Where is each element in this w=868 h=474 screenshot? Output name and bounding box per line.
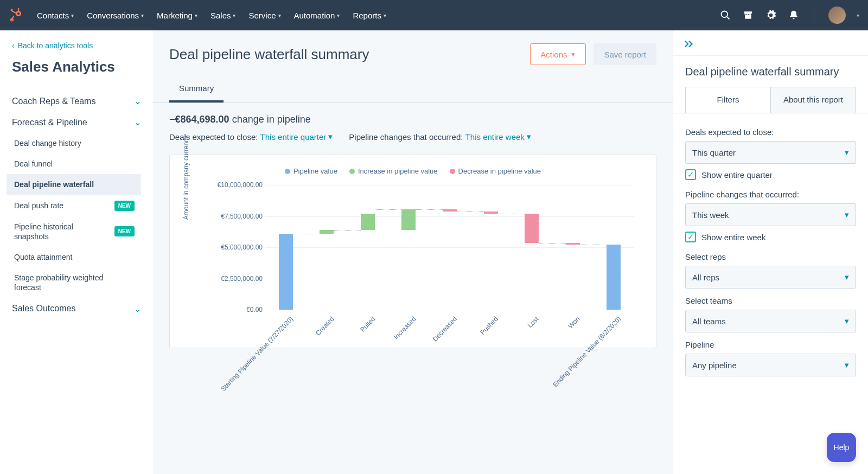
group-forecast[interactable]: Forecast & Pipeline ⌄ xyxy=(12,112,141,133)
chevron-down-icon: ⌄ xyxy=(134,304,141,314)
sidebar-item-quota-attainment[interactable]: Quota attainment xyxy=(7,247,141,267)
divider xyxy=(814,8,814,23)
waterfall-bar[interactable] xyxy=(443,209,457,212)
close-label: Deals expected to close: xyxy=(685,127,856,137)
svg-point-1 xyxy=(17,12,20,15)
waterfall-bar[interactable] xyxy=(607,245,621,310)
svg-line-9 xyxy=(727,17,730,20)
main-head: Deal pipeline waterfall summary Actions▼… xyxy=(153,43,673,65)
tab-filters[interactable]: Filters xyxy=(686,87,770,113)
x-tick: Created xyxy=(314,315,336,337)
group-sales-outcomes[interactable]: Sales Outcomes ⌄ xyxy=(12,298,141,319)
legend-increase: Increase in pipeline value xyxy=(349,167,438,175)
chevron-down-icon: ▾ xyxy=(527,132,531,142)
tabs: Summary xyxy=(153,78,673,103)
badge-new: NEW xyxy=(114,201,135,211)
actions-button[interactable]: Actions▼ xyxy=(530,43,586,65)
chevron-down-icon: ▾ xyxy=(845,148,849,157)
changes-label: Pipeline changes that occurred: xyxy=(685,190,856,199)
nav-reports[interactable]: Reports▾ xyxy=(353,11,386,20)
y-tick: €5,000,000.00 xyxy=(211,244,263,251)
teams-label: Select teams xyxy=(685,296,856,305)
reps-select[interactable]: All reps▾ xyxy=(685,266,856,289)
chevron-down-icon: ▼ xyxy=(571,52,576,57)
close-select[interactable]: This quarter▾ xyxy=(685,141,856,164)
chevron-down-icon: ▾ xyxy=(71,12,74,18)
sidebar-item-deal-change-history[interactable]: Deal change history xyxy=(7,133,141,153)
changes-entire-checkbox[interactable]: ✓Show entire week xyxy=(685,232,856,242)
x-tick: Increased xyxy=(392,315,418,341)
sidebar-item-deal-pipeline-waterfall[interactable]: Deal pipeline waterfall xyxy=(7,174,141,195)
gear-icon[interactable] xyxy=(765,9,777,21)
x-tick: Won xyxy=(567,315,582,330)
x-tick: Decreased xyxy=(431,315,458,343)
sidebar-item-deal-push-rate[interactable]: Deal push rateNEW xyxy=(7,195,141,216)
svg-point-5 xyxy=(11,9,13,11)
nav-sales[interactable]: Sales▾ xyxy=(210,11,236,20)
x-tick: Lost xyxy=(526,315,540,329)
waterfall-bar[interactable] xyxy=(279,234,293,310)
search-icon[interactable] xyxy=(719,9,731,21)
legend-dot-icon xyxy=(285,169,290,174)
chevron-down-icon: ▾ xyxy=(195,12,197,18)
group-coach[interactable]: Coach Reps & Teams ⌄ xyxy=(12,91,141,112)
collapse-panel-icon[interactable] xyxy=(673,30,868,56)
hubspot-logo-icon[interactable] xyxy=(9,8,24,23)
waterfall-bar[interactable] xyxy=(525,214,539,243)
nav-marketing[interactable]: Marketing▾ xyxy=(157,11,197,20)
report-title: Deal pipeline waterfall summary xyxy=(169,46,369,63)
marketplace-icon[interactable] xyxy=(742,9,754,21)
sidebar-title: Sales Analytics xyxy=(12,59,141,75)
main: Deal pipeline waterfall summary Actions▼… xyxy=(153,30,673,474)
changes-select[interactable]: This week▾ xyxy=(685,203,856,226)
chart-legend: Pipeline value Increase in pipeline valu… xyxy=(181,167,645,175)
bell-icon[interactable] xyxy=(788,9,800,21)
chevron-down-icon: ▾ xyxy=(233,12,235,18)
chevron-down-icon[interactable]: ▾ xyxy=(857,12,859,18)
pipeline-label: Pipeline xyxy=(685,340,856,349)
teams-select[interactable]: All teams▾ xyxy=(685,310,856,332)
pipeline-select[interactable]: Any pipeline▾ xyxy=(685,354,856,376)
nav-contacts[interactable]: Contacts▾ xyxy=(37,11,74,20)
head-actions: Actions▼ Save report xyxy=(530,43,656,65)
filter-close-value[interactable]: This entire quarter ▾ xyxy=(260,132,333,142)
tab-about[interactable]: About this report xyxy=(770,87,856,113)
group-forecast-items: Deal change history Deal funnel Deal pip… xyxy=(7,133,141,298)
sidebar-item-stage-probability[interactable]: Stage probability weighted forecast xyxy=(7,267,141,298)
nav-conversations[interactable]: Conversations▾ xyxy=(87,11,144,20)
chevron-down-icon: ▾ xyxy=(845,360,849,370)
sidebar-item-deal-funnel[interactable]: Deal funnel xyxy=(7,153,141,174)
avatar[interactable] xyxy=(828,7,846,24)
nav-service[interactable]: Service▾ xyxy=(248,11,280,20)
main-nav: Contacts▾ Conversations▾ Marketing▾ Sale… xyxy=(37,11,719,20)
tab-summary[interactable]: Summary xyxy=(169,78,224,103)
y-axis-label: Amount in company currency xyxy=(182,136,190,220)
chevron-down-icon: ▾ xyxy=(141,12,144,18)
chevron-down-icon: ▾ xyxy=(384,12,386,18)
back-link[interactable]: ‹ Back to analytics tools xyxy=(12,41,141,50)
legend-dot-icon xyxy=(450,169,455,174)
filter-changes-label: Pipeline changes that occurred: xyxy=(349,132,465,142)
right-panel: Deal pipeline waterfall summary Filters … xyxy=(673,30,868,474)
save-report-button[interactable]: Save report xyxy=(593,43,656,65)
waterfall-bar[interactable] xyxy=(401,209,416,230)
waterfall-bar[interactable] xyxy=(361,214,375,230)
chevron-down-icon: ▾ xyxy=(845,210,849,220)
close-entire-checkbox[interactable]: ✓Show entire quarter xyxy=(685,169,856,180)
legend-dot-icon xyxy=(349,169,355,174)
svg-rect-10 xyxy=(745,15,751,19)
waterfall-bar[interactable] xyxy=(484,212,498,213)
nav-automation[interactable]: Automation▾ xyxy=(294,11,340,20)
chevron-down-icon: ▾ xyxy=(337,12,340,18)
filters-body: Deals expected to close: This quarter▾ ✓… xyxy=(673,113,868,398)
panel-tabs: Filters About this report xyxy=(685,87,856,113)
legend-decrease: Decrease in pipeline value xyxy=(450,167,541,175)
chart-area: Amount in company currency Starting Pipe… xyxy=(211,180,640,337)
waterfall-bar[interactable] xyxy=(566,243,580,245)
help-button[interactable]: Help xyxy=(827,433,856,462)
reps-label: Select reps xyxy=(685,252,856,261)
sidebar-item-pipeline-historical-snapshots[interactable]: Pipeline historical snapshotsNEW xyxy=(7,216,141,247)
filter-changes-value[interactable]: This entire week ▾ xyxy=(465,132,531,142)
waterfall-bar[interactable] xyxy=(320,230,334,234)
y-tick: €2,500,000.00 xyxy=(211,275,263,283)
